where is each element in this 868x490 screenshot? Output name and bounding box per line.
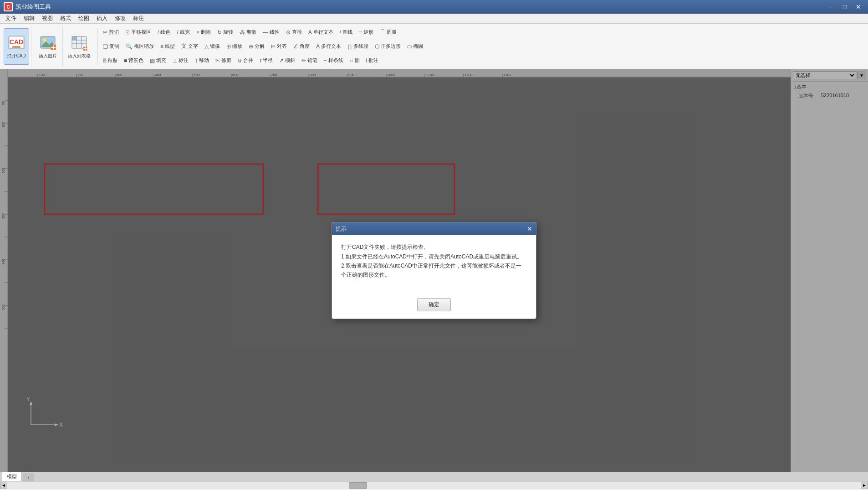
insert-image-button[interactable]: 插入图片 (35, 28, 61, 65)
copy-button[interactable]: ❑复制 (100, 41, 122, 52)
circle-button[interactable]: ○圆 (347, 55, 362, 66)
menu-insert[interactable]: 插入 (93, 14, 111, 23)
modal-footer: 确定 (332, 294, 536, 319)
toolbar-group-table: 插入到表格 (65, 26, 94, 67)
menu-annotate[interactable]: 标注 (129, 14, 148, 23)
bg-color-button[interactable]: ■背景色 (121, 55, 146, 66)
h-scroll-track (7, 482, 861, 489)
angle-button[interactable]: ∠角度 (291, 41, 312, 52)
modal-title-bar: 提示 ✕ (332, 222, 536, 235)
insert-image-label: 插入图片 (39, 53, 57, 59)
open-cad-icon: CAD (7, 34, 26, 52)
modal-body: 打开CAD文件失败，请按提示检查。 1.如果文件已经在AutoCAD中打开，请先… (332, 235, 536, 294)
minimize-button[interactable]: ─ (825, 2, 837, 11)
single-text-button[interactable]: A单行文本 (306, 27, 336, 38)
scale-button[interactable]: ⊞缩放 (224, 41, 245, 52)
close-button[interactable]: ✕ (853, 2, 864, 11)
menu-bar: 文件 编辑 视图 格式 绘图 插入 修改 标注 (0, 14, 868, 24)
menu-file[interactable]: 文件 (2, 14, 20, 23)
title-controls: ─ □ ✕ (825, 2, 864, 11)
toolbar-separator-1 (97, 28, 97, 65)
main-area: 100 200 300 400 500 600 700 800 900 1000 (0, 69, 868, 472)
radius-button[interactable]: r半径 (257, 55, 276, 66)
tab-scroll-area: 模型 / ◄ ► (0, 472, 868, 488)
svg-point-7 (43, 38, 46, 42)
menu-format[interactable]: 格式 (56, 14, 75, 23)
trim-button[interactable]: ✂修剪 (213, 55, 234, 66)
scatter-button[interactable]: ⁂离散 (237, 27, 259, 38)
zoom-region-button[interactable]: 🔍视区缩放 (123, 41, 157, 52)
move-button[interactable]: ↕移动 (192, 55, 212, 66)
open-cad-button[interactable]: CAD 打开CAD (4, 28, 29, 65)
insert-image-icon (39, 34, 57, 52)
tab-bar: 模型 / (0, 472, 868, 481)
pencil-button[interactable]: ✏铅笔 (299, 55, 320, 66)
polyline-button[interactable]: ∏多线段 (345, 41, 371, 52)
menu-draw[interactable]: 绘图 (75, 14, 93, 23)
diameter-button[interactable]: ⊙直径 (283, 27, 305, 38)
svg-rect-17 (72, 36, 77, 40)
line-width-button[interactable]: /线宽 (174, 27, 192, 38)
open-cad-label: 打开CAD (7, 53, 26, 59)
toolbar-row-3: ⎘粘贴 ■背景色 ▨填充 ⊥标注 ↕移动 ✂修剪 ⊎合并 r半径 ↗倾斜 ✏铅笔… (100, 54, 426, 67)
scroll-right-btn[interactable]: ► (861, 482, 868, 489)
explode-button[interactable]: ⊛分解 (246, 41, 267, 52)
mtext-button[interactable]: A多行文本 (313, 41, 344, 52)
toolbar-row-1: ✂剪切 ⊡平移视区 /线色 /线宽 ×删除 ↻旋转 ⁂离散 —线性 ⊙直径 A单… (100, 26, 426, 39)
delete-button[interactable]: ×删除 (194, 27, 214, 38)
tab-layout[interactable]: / (23, 474, 34, 481)
pan-region-button[interactable]: ⊡平移视区 (123, 27, 154, 38)
annotation-button[interactable]: i批注 (363, 55, 382, 66)
ellipse-button[interactable]: ⬭椭圆 (404, 41, 426, 52)
title-bar: C 筑业绘图工具 ─ □ ✕ (0, 0, 868, 14)
align-button[interactable]: ⊨对齐 (268, 41, 290, 52)
toolbar-small-buttons: ✂剪切 ⊡平移视区 /线色 /线宽 ×删除 ↻旋转 ⁂离散 —线性 ⊙直径 A单… (100, 26, 426, 67)
fill-button[interactable]: ▨填充 (147, 55, 169, 66)
toolbar-row-2: ❑复制 🔍视区缩放 ≡线型 文文字 △镜像 ⊞缩放 ⊛分解 ⊨对齐 ∠角度 A多… (100, 40, 426, 53)
title-left: C 筑业绘图工具 (4, 2, 51, 11)
modal-message: 打开CAD文件失败，请按提示检查。 1.如果文件已经在AutoCAD中打开，请先… (341, 242, 527, 280)
arc-button[interactable]: ⌒圆弧 (377, 27, 399, 38)
line-button[interactable]: /直线 (337, 27, 355, 38)
menu-view[interactable]: 视图 (38, 14, 56, 23)
toolbar-group-main: CAD 打开CAD (2, 26, 31, 67)
title-text: 筑业绘图工具 (15, 3, 51, 11)
insert-table-icon (70, 34, 88, 52)
modal-dialog: 提示 ✕ 打开CAD文件失败，请按提示检查。 1.如果文件已经在AutoCAD中… (332, 222, 536, 319)
modal-ok-button[interactable]: 确定 (417, 298, 451, 311)
tab-model[interactable]: 模型 (2, 472, 22, 481)
menu-edit[interactable]: 编辑 (20, 14, 38, 23)
paste-button[interactable]: ⎘粘贴 (100, 55, 120, 66)
svg-text:C: C (6, 5, 10, 10)
h-scroll-thumb[interactable] (349, 482, 367, 489)
spline-button[interactable]: ~样条线 (321, 55, 346, 66)
insert-table-button[interactable]: 插入到表格 (66, 28, 92, 65)
modal-close-button[interactable]: ✕ (527, 225, 532, 232)
cut-button[interactable]: ✂剪切 (100, 27, 122, 38)
annotate-button[interactable]: ⊥标注 (170, 55, 191, 66)
maximize-button[interactable]: □ (839, 2, 851, 11)
rotate-button[interactable]: ↻旋转 (214, 27, 236, 38)
app-icon: C (4, 2, 13, 11)
modal-message-line-1: 打开CAD文件失败，请按提示检查。 (341, 244, 429, 250)
rect-button[interactable]: □矩形 (356, 27, 376, 38)
insert-table-label: 插入到表格 (68, 53, 91, 59)
toolbar: CAD 打开CAD 插入图片 (0, 24, 868, 69)
h-scrollbar: ◄ ► (0, 481, 868, 489)
toolbar-group-img: 插入图片 (33, 26, 63, 67)
linetype-button[interactable]: —线性 (260, 27, 282, 38)
modal-message-line-2: 1.如果文件已经在AutoCAD中打开，请先关闭AutoCAD或重启电脑后重试。 (341, 253, 522, 260)
modal-message-line-3: 2.双击查看是否能在AutoCAD中正常打开此文件，这可能被损坏或者不是一个正确… (341, 263, 521, 278)
scroll-left-btn[interactable]: ◄ (0, 482, 7, 489)
menu-modify[interactable]: 修改 (111, 14, 129, 23)
slant-button[interactable]: ↗倾斜 (276, 55, 298, 66)
linestyle-button[interactable]: ≡线型 (158, 41, 178, 52)
polygon-button[interactable]: ⬡正多边形 (372, 41, 403, 52)
line-color-button[interactable]: /线色 (155, 27, 173, 38)
text-button[interactable]: 文文字 (179, 41, 201, 52)
mirror-button[interactable]: △镜像 (202, 41, 223, 52)
modal-overlay: 提示 ✕ 打开CAD文件失败，请按提示检查。 1.如果文件已经在AutoCAD中… (0, 69, 868, 472)
svg-rect-5 (12, 46, 20, 48)
join-button[interactable]: ⊎合并 (235, 55, 256, 66)
modal-title-text: 提示 (336, 225, 347, 233)
